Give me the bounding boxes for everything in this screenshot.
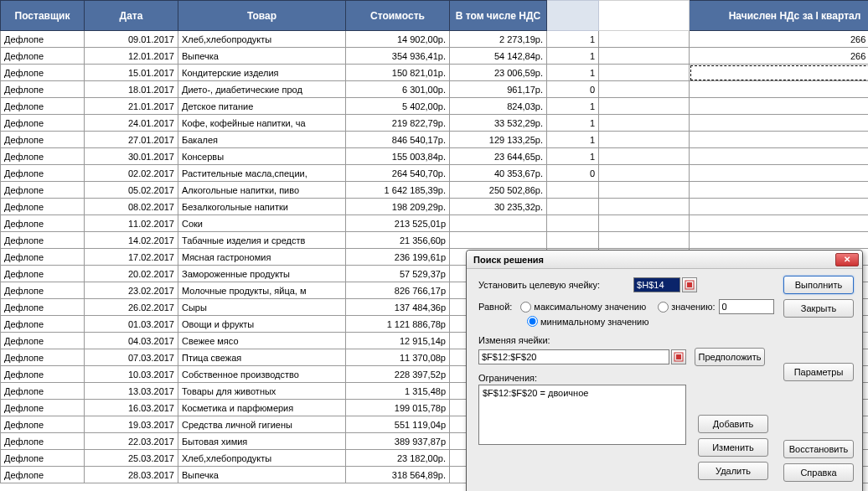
cell-cost[interactable]: 236 199,61р [346, 249, 450, 266]
cell-cost[interactable]: 137 484,36р [346, 299, 450, 316]
table-row[interactable]: Дефлопе15.01.2017Кондитерские изделия150… [1, 65, 869, 81]
cell-date[interactable]: 22.03.2017 [85, 433, 178, 450]
radio-max[interactable] [520, 302, 531, 313]
cell-vat[interactable]: 33 532,29р. [450, 115, 547, 132]
cell-supplier[interactable]: Дефлопе [1, 165, 85, 182]
cell-product[interactable]: Замороженные продукты [178, 266, 346, 282]
table-row[interactable]: Дефлопе24.01.2017Кофе, кофейные напитки,… [1, 115, 869, 132]
cell-supplier[interactable]: Дефлопе [1, 400, 85, 416]
cell-supplier[interactable]: Дефлопе [1, 450, 85, 467]
cell-supplier[interactable]: Дефлопе [1, 349, 85, 366]
cell-supplier[interactable]: Дефлопе [1, 299, 85, 316]
cell-cost[interactable]: 213 525,01р [346, 215, 450, 232]
delete-button[interactable]: Удалить [698, 462, 768, 480]
col-flag[interactable] [547, 1, 599, 31]
cell-cost[interactable]: 1 642 185,39р. [346, 182, 450, 199]
cell-date[interactable]: 19.03.2017 [85, 416, 178, 433]
cell-date[interactable]: 13.03.2017 [85, 383, 178, 400]
refedit-icon[interactable] [682, 277, 697, 292]
cell-nds[interactable] [690, 165, 869, 182]
cell-product[interactable]: Алкогольные напитки, пиво [178, 182, 346, 199]
dialog-titlebar[interactable]: Поиск решения ✕ [467, 251, 862, 269]
cell-product[interactable]: Бытовая химия [178, 433, 346, 450]
cell-date[interactable]: 09.01.2017 [85, 31, 178, 48]
cell-date[interactable]: 10.03.2017 [85, 366, 178, 383]
cell-cost[interactable]: 354 936,41р. [346, 48, 450, 65]
cell-supplier[interactable]: Дефлопе [1, 416, 85, 433]
cell-cost[interactable]: 1 121 886,78р [346, 316, 450, 333]
cell-product[interactable]: Товары для животных [178, 383, 346, 400]
cell-nds[interactable] [690, 81, 869, 98]
cell-date[interactable]: 30.01.2017 [85, 148, 178, 165]
cell-product[interactable]: Выпечка [178, 467, 346, 483]
cell-cost[interactable]: 12 915,14р [346, 333, 450, 349]
cell-flag[interactable] [547, 232, 599, 249]
cell-cost[interactable]: 198 209,29р. [346, 199, 450, 215]
cell-vat[interactable]: 2 273,19р. [450, 31, 547, 48]
constraint-item[interactable]: $F$12:$F$20 = двоичное [483, 388, 682, 398]
col-nds[interactable]: Начислен НДс за I квартал [690, 1, 869, 31]
cell-cost[interactable]: 155 003,84р. [346, 148, 450, 165]
cell-product[interactable]: Косметика и парфюмерия [178, 400, 346, 416]
cell-supplier[interactable]: Дефлопе [1, 232, 85, 249]
cell-cost[interactable]: 23 182,00р. [346, 450, 450, 467]
cell-spacer[interactable] [599, 215, 690, 232]
col-cost[interactable]: Стоимость [346, 1, 450, 31]
cell-cost[interactable]: 14 902,00р. [346, 31, 450, 48]
cell-date[interactable]: 02.02.2017 [85, 165, 178, 182]
cell-supplier[interactable]: Дефлопе [1, 433, 85, 450]
cell-supplier[interactable]: Дефлопе [1, 366, 85, 383]
cell-vat[interactable] [450, 232, 547, 249]
cell-vat[interactable] [450, 215, 547, 232]
cell-date[interactable]: 04.03.2017 [85, 333, 178, 349]
target-cell-input[interactable] [633, 277, 680, 292]
cell-supplier[interactable]: Дефлопе [1, 48, 85, 65]
cell-spacer[interactable] [599, 81, 690, 98]
cell-product[interactable]: Мясная гастрономия [178, 249, 346, 266]
cell-vat[interactable]: 129 133,25р. [450, 132, 547, 148]
table-row[interactable]: Дефлопе08.02.2017Безалкогольные напитки1… [1, 199, 869, 215]
cell-date[interactable]: 05.02.2017 [85, 182, 178, 199]
cell-product[interactable]: Соки [178, 215, 346, 232]
cell-spacer[interactable] [599, 148, 690, 165]
cell-flag[interactable]: 0 [547, 165, 599, 182]
col-product[interactable]: Товар [178, 1, 346, 31]
cell-cost[interactable]: 318 564,89р. [346, 467, 450, 483]
cell-cost[interactable]: 11 370,08р [346, 349, 450, 366]
table-row[interactable]: Дефлопе14.02.2017Табачные изделия и сред… [1, 232, 869, 249]
reset-button[interactable]: Восстановить [783, 440, 854, 458]
cell-product[interactable]: Птица свежая [178, 349, 346, 366]
change-button[interactable]: Изменить [698, 438, 768, 457]
cell-cost[interactable]: 21 356,60р [346, 232, 450, 249]
cell-nds[interactable] [690, 98, 869, 115]
cell-supplier[interactable]: Дефлопе [1, 115, 85, 132]
cell-nds[interactable]: 266 556,84 [690, 48, 869, 65]
changing-cells-input[interactable] [478, 349, 669, 364]
cell-vat[interactable]: 824,03р. [450, 98, 547, 115]
cell-cost[interactable]: 551 119,04р [346, 416, 450, 433]
cell-cost[interactable]: 389 937,87р [346, 433, 450, 450]
cell-vat[interactable]: 23 644,65р. [450, 148, 547, 165]
cell-spacer[interactable] [599, 65, 690, 81]
cell-product[interactable]: Табачные изделия и средств [178, 232, 346, 249]
cell-date[interactable]: 20.02.2017 [85, 266, 178, 282]
col-date[interactable]: Дата [85, 1, 178, 31]
cell-nds[interactable] [690, 115, 869, 132]
cell-cost[interactable]: 199 015,78р [346, 400, 450, 416]
cell-date[interactable]: 16.03.2017 [85, 400, 178, 416]
cell-supplier[interactable]: Дефлопе [1, 81, 85, 98]
cell-supplier[interactable]: Дефлопе [1, 215, 85, 232]
cell-spacer[interactable] [599, 48, 690, 65]
cell-spacer[interactable] [599, 165, 690, 182]
cell-product[interactable]: Молочные продукты, яйца, м [178, 282, 346, 299]
cell-cost[interactable]: 6 301,00р. [346, 81, 450, 98]
table-row[interactable]: Дефлопе30.01.2017Консервы155 003,84р.23 … [1, 148, 869, 165]
options-button[interactable]: Параметры [783, 363, 854, 381]
cell-supplier[interactable]: Дефлопе [1, 65, 85, 81]
cell-flag[interactable]: 1 [547, 48, 599, 65]
col-supplier[interactable]: Поставщик [1, 1, 85, 31]
cell-supplier[interactable]: Дефлопе [1, 132, 85, 148]
cell-product[interactable]: Кофе, кофейные напитки, ча [178, 115, 346, 132]
cell-supplier[interactable]: Дефлопе [1, 249, 85, 266]
cell-date[interactable]: 27.01.2017 [85, 132, 178, 148]
